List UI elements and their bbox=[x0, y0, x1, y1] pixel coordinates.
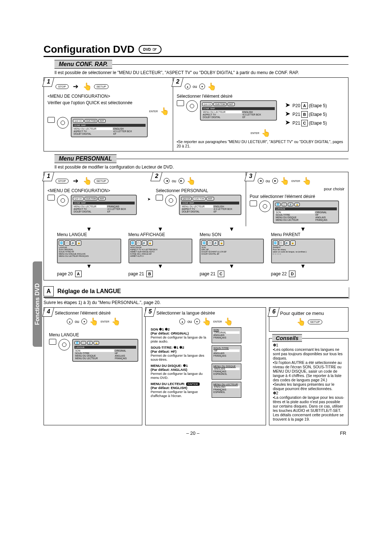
step6: 6 Pour quitter ce menu 👆 SETUP bbox=[269, 307, 348, 332]
s2-step2: 2 ◀ ou ▶ 👆 Sélectionner PERSONNAL QUI CK… bbox=[152, 172, 246, 226]
step-number: 1 bbox=[42, 172, 54, 181]
osd-s2-1: QUI CKCUS TOMINIT. CONF. RAP. MENU DU LE… bbox=[71, 195, 137, 215]
lang-list-menulecteur: MENU DU LECTEUR ENGLISH FRANÇAIS ESPAÑOL bbox=[212, 382, 241, 398]
thumb-langue: ▼ Menu LANGUE 🌐▢🔊🔒 LANGUE SON ORIGINAL S… bbox=[57, 226, 121, 277]
osd-step4: 🌐▢🔊🔒 LANGUE SONORIGINAL SOUS-TITREHF MEN… bbox=[72, 339, 138, 362]
press-icon: 👆 bbox=[83, 177, 92, 185]
step-number: 1 bbox=[42, 77, 54, 87]
lang-list-son: SON ORIGINAL ANGLAIS FRANÇAIS bbox=[212, 327, 241, 343]
section1-panel: 1 STOP ➔ 👆 SETUP <MENU DE CONFIGURATION>… bbox=[44, 77, 348, 151]
down-button[interactable]: ▼ bbox=[194, 319, 200, 324]
osd-tab: INIT. bbox=[98, 119, 106, 123]
step5: 5 Sélectionner la langue désirée ▲ ou ▼ … bbox=[145, 307, 266, 425]
ref-list: ➤P20A(Etape 5) ➤P21B(Etape 5) ➤P21C(Etap… bbox=[283, 100, 327, 127]
osd-table: MENU DU LECTEURENGLISH ASPECT TV4:3 LETT… bbox=[73, 127, 146, 135]
osd-tab: CUS TOM bbox=[213, 102, 226, 106]
dpad-icon bbox=[165, 195, 177, 206]
osd-tab: QUI CK bbox=[202, 102, 213, 106]
lang-item-son: SON ✽1 ✽2 (Par défaut: ORIGINAL) Permet … bbox=[151, 327, 241, 343]
lang-list-soustitre: SOUS-TITRE HF ANGLAIS FRANÇAIS bbox=[212, 345, 241, 361]
section2-panel: 1 STOP ➔ 👆 SETUP <MENU DE CONFIGURATION>… bbox=[44, 172, 348, 280]
lang-item-menulecteur: MENU DU LECTEUR: RAPIDE (Par défaut: ENG… bbox=[151, 382, 241, 398]
stop-button[interactable]: STOP bbox=[56, 179, 69, 183]
thumb-son: ▼ Menu SON 🌐▢🔊🔒 SON DRC EF DOLBY ÉCHANT … bbox=[200, 226, 264, 277]
osd-s2-2: QUI CKCUS TOMINIT. CONF. RAP. MENU DU LE… bbox=[179, 195, 241, 215]
enter-label: ENTER bbox=[251, 132, 260, 134]
dpad-icon bbox=[259, 200, 271, 212]
tv-icon bbox=[48, 195, 55, 200]
step4: 4 Sélectionner l'élément désiré ▲ ou ▼ 👆… bbox=[44, 307, 142, 425]
tv-icon bbox=[49, 339, 56, 345]
step6-title: Pour quitter ce menu bbox=[280, 311, 344, 316]
page-number: – 20 – bbox=[186, 430, 199, 436]
s1-step1: 1 STOP ➔ 👆 SETUP <MENU DE CONFIGURATION>… bbox=[44, 78, 173, 151]
dpad-icon bbox=[58, 339, 70, 351]
osd-table: MENU DU LECTEURENGLISH ASPECT TV4:3 LETT… bbox=[202, 111, 275, 118]
lang-item-menudisque: MENU DU DISQUE: ✽1 (Par défaut: ANGLAIS)… bbox=[151, 364, 241, 380]
footer: – 20 – FR bbox=[44, 430, 348, 436]
arrow-icon: ➔ bbox=[71, 82, 81, 90]
dvd-badge-label: DVD bbox=[143, 48, 151, 52]
page-title: Configuration DVD bbox=[44, 44, 134, 55]
up-button[interactable]: ▲ bbox=[185, 84, 191, 89]
setup-button[interactable]: SETUP bbox=[94, 84, 109, 89]
conseils-title: Conseils bbox=[272, 334, 302, 342]
pour-choisir: pour choisir bbox=[250, 187, 344, 191]
sectionA-follow: Suivre les étapes 1) à 3) du "Menu PERSO… bbox=[44, 300, 348, 305]
press-icon: 👆 bbox=[297, 317, 306, 326]
enter-label: ENTER bbox=[149, 110, 158, 113]
tv-icon bbox=[156, 195, 163, 200]
thumb-affichage: ▼ Menu AFFICHAGE 🌐▢🔊🔒 AFFICHAGE ASPECT T… bbox=[128, 226, 193, 277]
s1-select: Sélectionner l'élément désiré bbox=[177, 94, 344, 99]
menu-langue-label: Menu LANGUE bbox=[49, 332, 138, 337]
osd-tab: CUS TOM bbox=[85, 119, 97, 123]
osd-bar: CONF. RAP. bbox=[73, 124, 146, 127]
stop-button[interactable]: STOP bbox=[56, 84, 69, 89]
sectionA-header: A Réglage de la LANGUE bbox=[44, 286, 348, 298]
osd-tab: INIT. bbox=[228, 102, 235, 106]
up-button[interactable]: ▲ bbox=[67, 319, 73, 324]
osd-s2-3: 🌐▢🔊🔒 LANGUE SONORIGINAL SOUS-TITREHF MEN… bbox=[273, 200, 339, 223]
tv-icon bbox=[177, 100, 184, 106]
setup-button[interactable]: SETUP bbox=[94, 179, 109, 183]
lang-item-soustitre: SOUS-TITRE: ✽1 ✽2 (Par défaut: HF) Perme… bbox=[151, 345, 241, 361]
title-row: Configuration DVD DVD ☞ bbox=[44, 44, 348, 57]
down-button[interactable]: ▼ bbox=[81, 319, 87, 324]
s1-step2: 2 ▲ ou ▼ 👆 Sélectionner l'élément désiré… bbox=[173, 78, 348, 151]
left-button[interactable]: ◀ bbox=[164, 178, 170, 184]
press-icon: 👆 bbox=[261, 129, 270, 137]
s2-step3: 3 ◀ ou ▶ 👆 ENTER 👆 pour choisir Pour sél… bbox=[246, 172, 348, 226]
section-letter: A bbox=[44, 286, 54, 296]
left-button[interactable]: ◀ bbox=[258, 178, 264, 184]
step-number: 4 bbox=[42, 307, 54, 317]
right-button[interactable]: ▶ bbox=[179, 178, 184, 184]
menu-thumbs: ▼ Menu LANGUE 🌐▢🔊🔒 LANGUE SON ORIGINAL S… bbox=[44, 224, 348, 280]
press-icon: 👆 bbox=[83, 82, 92, 91]
step-number: 6 bbox=[268, 307, 279, 317]
up-button[interactable]: ▲ bbox=[179, 319, 185, 324]
osd-conf-rap: QUI CK CUS TOM INIT. CONF. RAP. MENU DU … bbox=[71, 117, 148, 137]
osd-conf-rap-2: QUI CK CUS TOM INIT. CONF. RAP. MENU DU … bbox=[200, 100, 277, 121]
right-button[interactable]: ▶ bbox=[272, 178, 278, 184]
dpad-icon bbox=[186, 100, 198, 112]
section2-header: Menu PERSONNAL bbox=[54, 154, 348, 163]
hand-icon: ☞ bbox=[152, 46, 157, 52]
section1-heading: Menu CONF. RAP. bbox=[54, 60, 112, 69]
step-number: 5 bbox=[144, 307, 156, 317]
sectionA-title: Réglage de la LANGUE bbox=[57, 288, 121, 295]
conseils: Conseils ✽1 Les options concernant les l… bbox=[269, 338, 348, 425]
tv-icon bbox=[250, 200, 257, 206]
arrow-icon: ➤ bbox=[146, 197, 152, 202]
arrow-icon: ➔ bbox=[71, 177, 81, 185]
s1-menu-title: <MENU DE CONFIGURATION> bbox=[48, 94, 169, 99]
down-button[interactable]: ▼ bbox=[199, 84, 205, 89]
setup-button[interactable]: SETUP bbox=[308, 320, 323, 324]
dpad-icon bbox=[57, 195, 69, 206]
ou-label: ou bbox=[193, 84, 197, 89]
step-number: 2 bbox=[151, 172, 163, 181]
osd-bar: CONF. RAP. bbox=[202, 107, 275, 110]
sectionA-steps: 4 Sélectionner l'élément désiré ▲ ou ▼ 👆… bbox=[44, 307, 348, 425]
side-tab: Fonctions DVD bbox=[33, 262, 42, 347]
step-number: 2 bbox=[171, 77, 183, 87]
lang-list-menudisque: MENU DU DISQUE ANGLAIS FRANÇAIS ESPAGNOL bbox=[212, 364, 241, 380]
